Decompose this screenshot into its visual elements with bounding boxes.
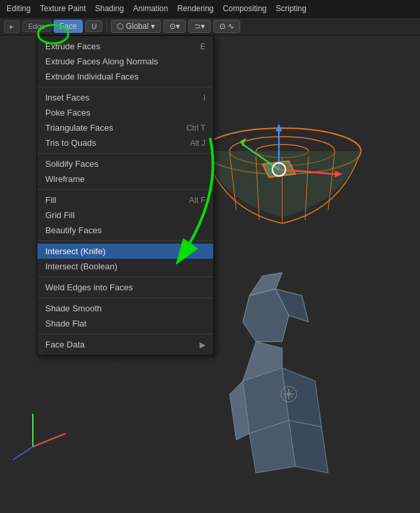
sep3 [37,189,213,190]
face-mode-btn[interactable]: Face [54,20,83,33]
menu-item-intersect-boolean[interactable]: Intersect (Boolean) [37,259,213,274]
sep7 [37,334,213,334]
menu-item-intersect-knife[interactable]: Intersect (Knife) [37,244,213,259]
menu-item-face-data-arrow: ▶ [200,340,205,349]
face-dropdown-menu: Extrude Faces E Extrude Faces Along Norm… [37,35,214,355]
menu-item-inset-shortcut: I [203,93,205,102]
vertex-mode-btn[interactable]: ▸ [4,20,20,33]
menu-item-triangulate-shortcut: Ctrl T [186,123,205,133]
edge-mode-btn[interactable]: Edge [22,20,51,32]
transform-pivot[interactable]: ⊙ ∿ [213,20,240,33]
menu-item-extrude-individual[interactable]: Extrude Individual Faces [37,69,213,84]
menu-item-triangulate[interactable]: Triangulate Faces Ctrl T [37,120,213,135]
menu-item-solidify-label: Solidify Faces [45,159,98,169]
menu-item-shade-smooth[interactable]: Shade Smooth [37,301,213,316]
menu-item-intersect-knife-label: Intersect (Knife) [45,246,106,256]
menu-scripting[interactable]: Scripting [272,3,310,14]
menu-item-wireframe-label: Wireframe [45,174,85,184]
proportional-edit[interactable]: ⊃▾ [188,20,211,33]
menu-item-shade-flat-label: Shade Flat [45,319,87,328]
menu-item-poke[interactable]: Poke Faces [37,105,213,120]
menu-item-beautify-label: Beautify Faces [45,225,102,235]
sep2 [37,153,213,154]
menu-item-inset[interactable]: Inset Faces I [37,90,213,105]
menu-item-shade-smooth-label: Shade Smooth [45,303,102,313]
menu-item-beautify[interactable]: Beautify Faces [37,223,213,238]
menu-editing[interactable]: Editing [3,3,35,14]
menu-item-weld-edges-label: Weld Edges into Faces [45,282,133,292]
toolbar2: ▸ Edge Face U ⬡ Global ▾ ⊙▾ ⊃▾ ⊙ ∿ [0,17,420,35]
top-menubar: Editing Texture Paint Shading Animation … [0,0,420,17]
menu-item-fill-label: Fill [45,195,56,205]
menu-item-tris-to-quads[interactable]: Tris to Quads Alt J [37,135,213,150]
menu-item-extrude-faces-label: Extrude Faces [45,41,100,51]
menu-item-extrude-faces-shortcut: E [200,42,205,51]
menu-item-fill-shortcut: Alt F [189,196,205,205]
toolbar-sep-1 [106,20,107,33]
menu-item-fill[interactable]: Fill Alt F [37,192,213,208]
menu-item-extrude-individual-label: Extrude Individual Faces [45,72,138,81]
transform-orientation-btn[interactable]: ⬡ Global ▾ [111,20,160,33]
menu-item-intersect-boolean-label: Intersect (Boolean) [45,261,117,271]
menu-item-face-data-label: Face Data [45,340,85,349]
menu-item-face-data[interactable]: Face Data ▶ [37,337,213,352]
menu-compositing[interactable]: Compositing [219,3,271,14]
menu-texture-paint[interactable]: Texture Paint [36,3,90,14]
menu-item-triangulate-label: Triangulate Faces [45,123,114,133]
sep1 [37,87,213,87]
menu-item-extrude-faces[interactable]: Extrude Faces E [37,39,213,54]
menu-item-shade-flat[interactable]: Shade Flat [37,316,213,331]
menu-item-wireframe[interactable]: Wireframe [37,171,213,187]
uv-btn[interactable]: U [85,20,102,32]
menu-item-extrude-normals[interactable]: Extrude Faces Along Normals [37,54,213,69]
sep5 [37,277,213,277]
menu-item-extrude-normals-label: Extrude Faces Along Normals [45,56,158,66]
menu-item-inset-label: Inset Faces [45,93,89,102]
menu-item-poke-label: Poke Faces [45,108,91,118]
sep6 [37,298,213,298]
menu-animation[interactable]: Animation [129,3,172,14]
menu-item-grid-fill[interactable]: Grid Fill [37,208,213,223]
menu-shading[interactable]: Shading [91,3,128,14]
menu-rendering[interactable]: Rendering [173,3,217,14]
snap-toggle[interactable]: ⊙▾ [163,20,186,33]
menu-item-weld-edges[interactable]: Weld Edges into Faces [37,280,213,295]
menu-item-solidify[interactable]: Solidify Faces [37,156,213,171]
menu-item-tris-to-quads-label: Tris to Quads [45,138,96,148]
menu-item-grid-fill-label: Grid Fill [45,210,75,220]
sep4 [37,240,213,241]
menu-item-tris-to-quads-shortcut: Alt J [190,139,205,148]
